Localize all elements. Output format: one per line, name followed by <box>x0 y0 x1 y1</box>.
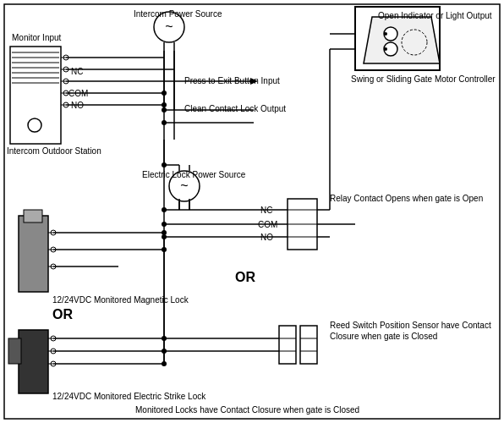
relay-contact-opens-label: Relay Contact Opens when gate is Open <box>330 193 483 204</box>
svg-point-110 <box>162 102 167 107</box>
svg-rect-82 <box>24 210 42 222</box>
svg-point-9 <box>28 118 41 132</box>
electric-lock-power-label: Electric Lock Power Source <box>142 169 245 180</box>
svg-point-109 <box>162 91 167 96</box>
svg-rect-70 <box>300 326 317 364</box>
com3-label: COM <box>68 88 88 99</box>
or-lower-label: OR <box>52 306 73 324</box>
svg-marker-57 <box>364 17 440 63</box>
footer-label: Monitored Locks have Contact Closure whe… <box>135 404 359 415</box>
svg-text:~: ~ <box>165 19 173 34</box>
svg-point-111 <box>162 107 167 113</box>
svg-rect-94 <box>19 330 48 393</box>
svg-point-92 <box>162 230 167 235</box>
intercom-outdoor-station-label: Intercom Outdoor Station <box>7 146 101 157</box>
nc2-label: NC <box>71 66 83 77</box>
svg-point-61 <box>384 32 387 36</box>
svg-point-53 <box>162 207 167 212</box>
swing-sliding-gate-label: Swing or Sliding Gate Motor Controller <box>351 74 496 85</box>
press-to-exit-label: Press to Exit Button Input <box>184 75 280 86</box>
nc-label: NC <box>260 205 272 216</box>
clean-contact-label: Clean Contact Lock Output <box>184 103 286 114</box>
com-label: COM <box>258 219 277 230</box>
svg-rect-69 <box>279 326 296 364</box>
wiring-diagram: ~ ~ <box>0 0 504 423</box>
electric-strike-label: 12/24VDC Monitored Electric Strike Lock <box>52 391 205 402</box>
svg-point-112 <box>162 120 167 125</box>
open-indicator-label: Open Indicator or Light Output <box>378 10 492 21</box>
monitor-input-label: Monitor Input <box>12 32 61 43</box>
svg-point-115 <box>162 162 167 168</box>
svg-rect-95 <box>8 338 21 364</box>
svg-text:~: ~ <box>180 179 188 193</box>
svg-point-54 <box>162 222 167 227</box>
no-label: NO <box>260 232 273 243</box>
reed-switch-label: Reed Switch Position Sensor have Contact… <box>330 320 504 342</box>
no2-label: NO <box>71 100 84 111</box>
intercom-power-source-label: Intercom Power Source <box>134 8 222 19</box>
or-upper-label: OR <box>235 269 255 287</box>
magnetic-lock-label: 12/24VDC Monitored Magnetic Lock <box>52 294 189 305</box>
svg-point-62 <box>384 47 387 51</box>
svg-rect-81 <box>19 216 48 292</box>
